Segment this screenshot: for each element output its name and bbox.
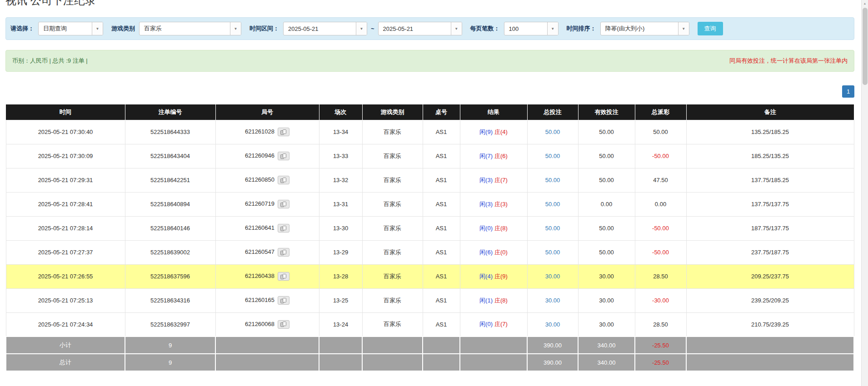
total-bet-link[interactable]: 30.00 [545,273,560,280]
query-type-select[interactable]: 日期查询 ▼ [38,22,103,35]
chevron-down-icon[interactable]: ▼ [230,22,241,35]
total-bet-link[interactable]: 50.00 [545,249,560,256]
subtotal-total-bet: 390.00 [527,337,578,354]
search-button[interactable]: 查询 [698,22,723,35]
total-bet-link[interactable]: 50.00 [545,177,560,183]
chevron-down-icon[interactable]: ▼ [92,22,103,35]
cell-round: 621260165 [215,288,319,312]
grand-total-total-bet: 390.00 [527,354,578,371]
banker-result: 庄(0) [494,249,508,256]
table-header: 时间 注单编号 局号 场次 游戏类别 桌号 结果 总投注 有效投注 总派彩 备注 [6,104,854,120]
round-cards-icon[interactable] [278,272,289,281]
sort-select[interactable]: 降幂(由大到小) ▼ [600,22,689,35]
main-content: 视讯 公司下注纪录 请选择： 日期查询 ▼ 游戏类别 百家乐 ▼ 时间区间： 2… [5,0,854,371]
banker-result: 庄(6) [494,153,508,159]
total-bet-link[interactable]: 50.00 [545,153,560,159]
empty-cell [423,337,460,354]
filter-group-page-size: 每页笔数： 100 ▼ [470,22,559,35]
player-result: 闲(7) [479,153,493,159]
cell-time: 2025-05-21 07:30:09 [6,144,125,168]
banker-result: 庄(3) [494,201,508,208]
round-number: 621260068 [245,321,274,327]
banker-result: 庄(7) [494,177,508,183]
grand-total-payout: -25.50 [635,354,686,371]
query-type-value: 日期查询 [39,22,92,35]
banker-result: 庄(4) [494,129,508,135]
game-type-select[interactable]: 百家乐 ▼ [139,22,241,35]
cell-bet-id: 522518637596 [125,264,215,288]
total-bet-link[interactable]: 50.00 [545,201,560,208]
scroll-up-arrow-icon[interactable]: ▲ [862,0,868,7]
round-cards-icon[interactable] [278,248,289,257]
cell-bet-id: 522518634316 [125,288,215,312]
round-number: 621261028 [245,128,274,135]
cell-valid-bet: 30.00 [578,288,635,312]
cell-time: 2025-05-21 07:25:13 [6,288,125,312]
grand-total-count: 9 [125,354,215,371]
pagination-page-1[interactable]: 1 [842,85,854,98]
cell-note: 209.25/237.75 [686,264,854,288]
round-cards-icon[interactable] [278,128,289,136]
date-to-select[interactable]: 2025-05-21 ▼ [378,22,462,35]
table-footer: 小计 9 390.00 340.00 -25.50 总计 9 [6,337,854,371]
cell-session: 13-32 [319,168,362,192]
cell-bet-id: 522518632997 [125,312,215,337]
filter-bar: 请选择： 日期查询 ▼ 游戏类别 百家乐 ▼ 时间区间： 2025-05-21 … [5,17,854,40]
round-cards-icon[interactable] [278,200,289,208]
cell-total-bet: 50.00 [527,120,578,144]
cell-round: 621260438 [215,264,319,288]
empty-cell [362,337,423,354]
cell-bet-id: 522518642251 [125,168,215,192]
player-result: 闲(0) [479,321,493,327]
cell-table-no: AS1 [423,120,460,144]
page-size-select[interactable]: 100 ▼ [504,22,559,35]
chevron-down-icon[interactable]: ▼ [356,22,367,35]
table-row: 2025-05-21 07:29:31 522518642251 6212608… [6,168,854,192]
cell-game-type: 百家乐 [362,240,423,264]
cell-valid-bet: 0.00 [578,192,635,216]
round-cards-icon[interactable] [278,152,289,160]
round-cards-icon[interactable] [278,320,289,329]
chevron-down-icon[interactable]: ▼ [547,22,558,35]
time-range-label: 时间区间： [249,25,279,33]
chevron-down-icon[interactable]: ▼ [678,22,689,35]
date-from-select[interactable]: 2025-05-21 ▼ [283,22,367,35]
cell-payout: 50.00 [635,120,686,144]
cell-total-bet: 30.00 [527,288,578,312]
cell-game-type: 百家乐 [362,264,423,288]
round-cards-icon[interactable] [278,176,289,184]
player-result: 闲(3) [479,201,493,208]
header-result: 结果 [460,104,527,120]
header-payout: 总派彩 [635,104,686,120]
table-row: 2025-05-21 07:30:40 522518644333 6212610… [6,120,854,144]
round-number: 621260850 [245,176,274,183]
info-bar: 币别：人民币 | 总共 :9 注单 | 同局有效投注，统一计算在该局第一张注单内 [5,50,854,72]
round-cards-icon[interactable] [278,296,289,305]
total-bet-link[interactable]: 50.00 [545,225,560,232]
cell-bet-id: 522518643404 [125,144,215,168]
total-bet-link[interactable]: 50.00 [545,129,560,135]
total-bet-link[interactable]: 30.00 [545,297,560,304]
cell-result: 闲(1)庄(8) [460,288,527,312]
subtotal-payout: -25.50 [635,337,686,354]
empty-cell [460,354,527,371]
chevron-down-icon[interactable]: ▼ [451,22,462,35]
cell-session: 13-33 [319,144,362,168]
page-size-label: 每页笔数： [470,25,500,33]
round-cards-icon[interactable] [278,224,289,233]
cell-total-bet: 30.00 [527,312,578,337]
cell-bet-id: 522518644333 [125,120,215,144]
header-bet-id: 注单编号 [125,104,215,120]
cell-round: 621261028 [215,120,319,144]
table-row: 2025-05-21 07:27:37 522518639002 6212605… [6,240,854,264]
header-session: 场次 [319,104,362,120]
empty-cell [686,337,854,354]
vertical-scrollbar[interactable]: ▲ [861,0,868,386]
scrollbar-thumb[interactable] [863,8,868,85]
cell-valid-bet: 30.00 [578,312,635,337]
cell-round: 621260850 [215,168,319,192]
subtotal-count: 9 [125,337,215,354]
subtotal-label: 小计 [6,337,125,354]
total-bet-link[interactable]: 30.00 [545,321,560,328]
cell-round: 621260641 [215,216,319,240]
